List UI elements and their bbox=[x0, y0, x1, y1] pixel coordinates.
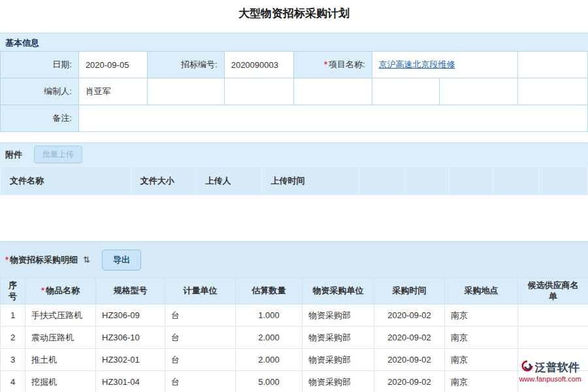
attachments-title: 附件 bbox=[5, 149, 22, 161]
cell-procurement-place: 南京 bbox=[445, 371, 518, 392]
col-procurement-place: 采购地点 bbox=[445, 278, 518, 304]
detail-section-header: *物资招标采购明细 ⇅ 导出 bbox=[0, 241, 588, 278]
detail-header-row: 序号 *物品名称 规格型号 计量单位 估算数量 物资采购单位 采购时间 采购地点… bbox=[1, 278, 588, 304]
cell-procurement-time: 2020-09-02 bbox=[374, 304, 445, 327]
batch-upload-button[interactable]: 批量上传 bbox=[34, 146, 82, 163]
cell-spec-model: HZ302-01 bbox=[96, 349, 165, 371]
cell-spec-model: HZ306-09 bbox=[96, 304, 165, 327]
cell-candidate-suppliers bbox=[518, 327, 588, 349]
cell-unit: 台 bbox=[165, 304, 236, 327]
project-label: *项目名称: bbox=[293, 52, 372, 78]
cell-seq: 2 bbox=[1, 327, 25, 349]
brand-url: www.fanpusoft.com bbox=[519, 375, 581, 384]
brand-name: 泛普软件 bbox=[535, 361, 580, 374]
cell-item-name: 挖掘机 bbox=[25, 371, 96, 392]
cell-procurement-place: 南京 bbox=[445, 304, 518, 327]
empty-cell bbox=[224, 78, 293, 105]
empty-cell bbox=[293, 78, 372, 105]
col-item-name: *物品名称 bbox=[25, 278, 96, 304]
attach-col-empty bbox=[359, 167, 405, 195]
date-label: 日期: bbox=[1, 52, 79, 78]
cell-estimated-qty: 5.000 bbox=[236, 371, 302, 392]
empty-cell bbox=[518, 52, 588, 78]
attach-col-filename: 文件名称 bbox=[1, 167, 131, 195]
remark-value bbox=[78, 105, 587, 132]
attachments-empty-area bbox=[0, 195, 588, 241]
cell-procurement-time: 2020-09-02 bbox=[374, 349, 445, 371]
export-button[interactable]: 导出 bbox=[102, 250, 141, 270]
project-name-link[interactable]: 京沪高速北京段维修 bbox=[379, 59, 455, 69]
cell-procurement-time: 2020-09-02 bbox=[374, 371, 445, 392]
col-estimated-qty: 估算数量 bbox=[236, 278, 302, 304]
attach-col-empty bbox=[449, 167, 493, 195]
empty-cell bbox=[440, 78, 518, 105]
author-label: 编制人: bbox=[1, 78, 79, 105]
author-value: 肖亚军 bbox=[78, 78, 147, 105]
table-row: 4 挖掘机 HZ301-04 台 5.000 物资采购部 2020-09-02 … bbox=[1, 371, 588, 392]
cell-spec-model: HZ306-10 bbox=[96, 327, 165, 349]
col-procurement-time: 采购时间 bbox=[374, 278, 445, 304]
detail-table: 序号 *物品名称 规格型号 计量单位 估算数量 物资采购单位 采购时间 采购地点… bbox=[0, 278, 588, 392]
detail-title: *物资招标采购明细 bbox=[5, 254, 78, 266]
col-candidate-suppliers: 候选供应商名单 bbox=[518, 278, 588, 304]
col-procurement-dept: 物资采购单位 bbox=[302, 278, 374, 304]
form-row-2: 编制人: 肖亚军 bbox=[1, 78, 588, 105]
cell-item-name: 手扶式压路机 bbox=[25, 304, 96, 327]
required-asterisk: * bbox=[324, 59, 327, 69]
required-asterisk: * bbox=[5, 255, 8, 265]
required-asterisk: * bbox=[41, 286, 44, 295]
cell-seq: 3 bbox=[1, 349, 25, 371]
cell-seq: 1 bbox=[1, 304, 25, 327]
attach-col-empty bbox=[493, 167, 539, 195]
form-row-1: 日期: 2020-09-05 招标编号: 2020090003 *项目名称: 京… bbox=[1, 52, 588, 78]
date-value: 2020-09-05 bbox=[78, 52, 147, 78]
cell-estimated-qty: 2.000 bbox=[236, 327, 302, 349]
attachments-table: 文件名称 文件大小 上传人 上传时间 bbox=[0, 166, 588, 195]
cell-item-name: 推土机 bbox=[25, 349, 96, 371]
cell-unit: 台 bbox=[165, 349, 236, 371]
bid-no-label: 招标编号: bbox=[147, 52, 224, 78]
cell-item-name: 震动压路机 bbox=[25, 327, 96, 349]
cell-unit: 台 bbox=[165, 327, 236, 349]
table-row: 1 手扶式压路机 HZ306-09 台 1.000 物资采购部 2020-09-… bbox=[1, 304, 588, 327]
fanpu-logo-icon bbox=[521, 360, 533, 375]
cell-procurement-dept: 物资采购部 bbox=[302, 304, 374, 327]
attach-col-empty bbox=[539, 167, 588, 195]
project-label-text: 项目名称: bbox=[329, 59, 365, 69]
attach-col-uploader: 上传人 bbox=[196, 167, 261, 195]
cell-candidate-suppliers bbox=[518, 304, 588, 327]
attachments-section-header: 附件 批量上传 bbox=[0, 142, 588, 166]
attach-col-empty bbox=[405, 167, 449, 195]
table-row: 2 震动压路机 HZ306-10 台 2.000 物资采购部 2020-09-0… bbox=[1, 327, 588, 349]
attachments-header-row: 文件名称 文件大小 上传人 上传时间 bbox=[1, 167, 588, 195]
detail-title-text: 物资招标采购明细 bbox=[10, 255, 78, 265]
cell-seq: 4 bbox=[1, 371, 25, 392]
empty-cell bbox=[372, 78, 440, 105]
col-unit: 计量单位 bbox=[165, 278, 236, 304]
cell-procurement-place: 南京 bbox=[445, 349, 518, 371]
col-spec-model: 规格型号 bbox=[96, 278, 165, 304]
attach-col-uploadtime: 上传时间 bbox=[261, 167, 359, 195]
empty-cell bbox=[518, 78, 588, 105]
remark-label: 备注: bbox=[1, 105, 79, 132]
cell-estimated-qty: 2.000 bbox=[236, 349, 302, 371]
cell-procurement-dept: 物资采购部 bbox=[302, 349, 374, 371]
cell-procurement-dept: 物资采购部 bbox=[302, 371, 374, 392]
sort-arrows-icon[interactable]: ⇅ bbox=[83, 255, 90, 265]
fanpu-watermark: 泛普软件 www.fanpusoft.com bbox=[519, 360, 581, 384]
page-title: 大型物资招标采购计划 bbox=[0, 0, 588, 33]
form-row-3: 备注: bbox=[1, 105, 588, 132]
cell-procurement-place: 南京 bbox=[445, 327, 518, 349]
bid-no-value: 2020090003 bbox=[224, 52, 293, 78]
cell-procurement-dept: 物资采购部 bbox=[302, 327, 374, 349]
cell-procurement-time: 2020-09-02 bbox=[374, 327, 445, 349]
cell-spec-model: HZ301-04 bbox=[96, 371, 165, 392]
cell-estimated-qty: 1.000 bbox=[236, 304, 302, 327]
basic-info-form: 日期: 2020-09-05 招标编号: 2020090003 *项目名称: 京… bbox=[0, 51, 588, 132]
basic-info-section-header: 基本信息 bbox=[0, 33, 588, 51]
col-seq: 序号 bbox=[1, 278, 25, 304]
table-row: 3 推土机 HZ302-01 台 2.000 物资采购部 2020-09-02 … bbox=[1, 349, 588, 371]
project-value-cell: 京沪高速北京段维修 bbox=[372, 52, 518, 78]
cell-unit: 台 bbox=[165, 371, 236, 392]
col-item-name-text: 物品名称 bbox=[46, 286, 80, 295]
